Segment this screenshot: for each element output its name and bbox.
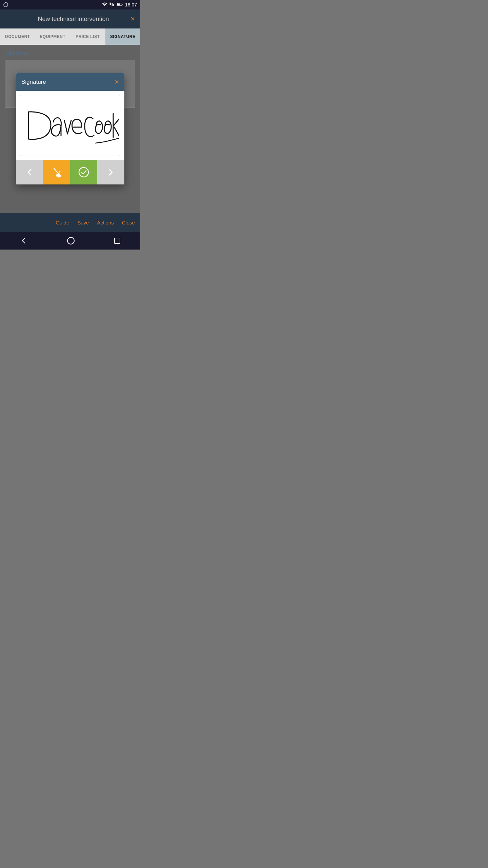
modal-clear-button[interactable] — [43, 160, 70, 184]
modal-signature-canvas[interactable] — [20, 95, 120, 156]
modal-back-button[interactable] — [16, 160, 43, 184]
guide-button[interactable]: Guide — [56, 220, 69, 225]
nav-recents-button[interactable] — [114, 238, 120, 244]
system-nav-bar — [0, 232, 140, 250]
tab-pricelist[interactable]: PRICE LIST — [70, 28, 105, 45]
status-bar: 16:07 — [0, 0, 140, 9]
checkmark-icon — [78, 166, 89, 178]
modal-title: Signature — [21, 79, 46, 85]
tab-signature[interactable]: SIGNATURE — [105, 28, 141, 45]
tab-bar: DOCUMENT EQUIPMENT PRICE LIST SIGNATURE — [0, 28, 140, 45]
modal-confirm-button[interactable] — [70, 160, 97, 184]
modal-close-button[interactable]: × — [115, 78, 119, 86]
svg-point-8 — [60, 172, 61, 172]
battery-icon — [117, 1, 123, 8]
wifi-icon — [102, 2, 107, 8]
modal-overlay: Signature × — [0, 45, 140, 213]
nav-back-button[interactable] — [20, 237, 27, 244]
svg-point-7 — [59, 173, 60, 174]
svg-line-3 — [54, 168, 59, 175]
svg-point-10 — [79, 167, 88, 177]
header-close-button[interactable]: × — [130, 15, 135, 23]
modal-actions — [16, 160, 124, 184]
close-button[interactable]: Close — [122, 220, 135, 225]
modal-signature-svg — [21, 98, 119, 153]
modal-header: Signature × — [16, 73, 124, 91]
signature-modal: Signature × — [16, 73, 124, 184]
forward-arrow-icon — [106, 167, 116, 177]
tab-document[interactable]: DOCUMENT — [0, 28, 35, 45]
bottom-bar: Guide Save Actions Close — [0, 213, 140, 232]
status-bar-right: 16:07 — [102, 1, 137, 8]
svg-point-9 — [59, 171, 60, 172]
modal-forward-button[interactable] — [97, 160, 124, 184]
nav-home-button[interactable] — [67, 237, 75, 244]
main-content: Signature Signature × — [0, 45, 140, 213]
back-arrow-icon — [25, 167, 34, 177]
save-button[interactable]: Save — [77, 220, 89, 225]
actions-button[interactable]: Actions — [97, 220, 114, 225]
status-bar-left — [3, 2, 8, 7]
svg-rect-2 — [122, 4, 123, 5]
status-time: 16:07 — [125, 2, 137, 7]
app-title: New technical intervention — [16, 16, 130, 23]
app-header: New technical intervention × — [0, 9, 140, 28]
broom-icon — [51, 167, 62, 178]
tab-equipment[interactable]: EQUIPMENT — [35, 28, 70, 45]
signal-icon — [109, 2, 115, 8]
spinner-icon — [3, 2, 8, 7]
